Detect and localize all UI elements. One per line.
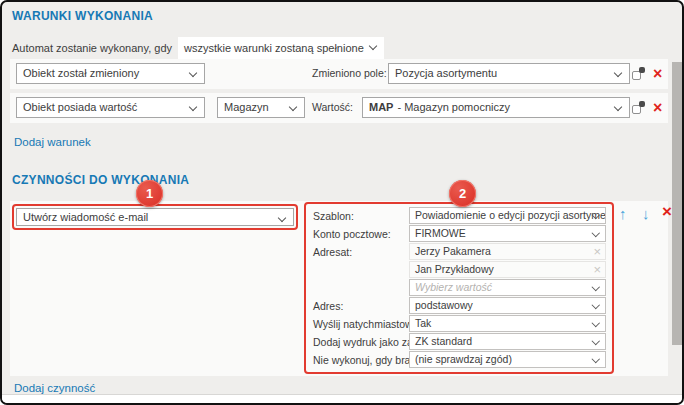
mail-account-value: FIRMOWE: [415, 227, 466, 239]
delete-condition-button[interactable]: ×: [653, 67, 662, 81]
prop-label: Konto pocztowe:: [313, 228, 391, 240]
condition-object-value: Magazyn: [224, 101, 269, 113]
condition-row-2: Obiekt posiada wartość Magazyn Wartość: …: [10, 93, 668, 123]
move-action-up-button[interactable]: ↑: [619, 206, 627, 221]
prop-row-recipient-2: Jan Przykładowy ×: [310, 261, 608, 279]
warehouse-code: MAP: [369, 101, 393, 113]
trigger-label: Automat zostanie wykonany, gdy: [12, 42, 172, 54]
move-action-down-button[interactable]: ↓: [642, 206, 650, 221]
action-type-select[interactable]: Utwórz wiadomość e-mail: [16, 208, 294, 226]
vertical-scrollbar-thumb[interactable]: [672, 62, 683, 345]
recipient-picker-placeholder: Wybierz wartość: [415, 281, 492, 293]
action-type-value: Utwórz wiadomość e-mail: [23, 211, 148, 223]
actions-section-title: CZYNNOŚCI DO WYKONANIA: [12, 173, 189, 187]
mail-account-select[interactable]: FIRMOWE: [409, 225, 606, 242]
trigger-mode-value: wszystkie warunki zostaną spełnione: [184, 42, 364, 54]
warehouse-name: - Magazyn pomocniczy: [397, 101, 510, 113]
prop-row-address: Adres: podstawowy: [310, 297, 608, 315]
automation-editor-window: WARUNKI WYKONANIA Automat zostanie wykon…: [0, 0, 684, 405]
template-value: Powiadomienie o edycji pozycji asortymen…: [415, 209, 606, 221]
condition-field-label: Zmieniono pole:: [312, 67, 387, 79]
prop-label: Adres:: [313, 300, 343, 312]
condition-type-value: Obiekt został zmieniony: [23, 67, 139, 79]
annotation-outline-action-type: Utwórz wiadomość e-mail: [12, 204, 298, 230]
condition-object-select[interactable]: Magazyn: [217, 97, 305, 118]
prop-row-recipient-picker: Wybierz wartość: [310, 279, 608, 297]
consent-select[interactable]: (nie sprawdzaj zgód): [409, 351, 606, 368]
condition-value-label: Wartość:: [312, 101, 353, 113]
prop-row-template: Szablon: Powiadomienie o edycji pozycji …: [310, 207, 608, 225]
address-select[interactable]: podstawowy: [409, 297, 606, 314]
prop-label: Wyślij natychmiastowo:: [313, 318, 421, 330]
prop-label: Adresat:: [313, 246, 352, 258]
action-card: Utwórz wiadomość e-mail Szablon: Powiado…: [10, 201, 668, 376]
recipient-item: Jerzy Pakamera ×: [409, 243, 606, 260]
attachment-value: ZK standard: [415, 335, 472, 347]
annotation-outline-properties: Szablon: Powiadomienie o edycji pozycji …: [304, 202, 614, 374]
prop-row-attachment: Dodaj wydruk jako załącznik: ZK standard: [310, 333, 608, 351]
annotation-badge-1: 1: [136, 180, 163, 207]
remove-recipient-button[interactable]: ×: [593, 262, 601, 277]
send-immediately-value: Tak: [415, 317, 431, 329]
consent-value: (nie sprawdzaj zgód): [415, 353, 512, 365]
condition-type-select[interactable]: Obiekt posiada wartość: [16, 97, 205, 118]
condition-field-value: Pozycja asortymentu: [395, 67, 497, 79]
recipient-picker-select[interactable]: Wybierz wartość: [409, 279, 606, 296]
delete-condition-button[interactable]: ×: [653, 101, 662, 115]
condition-row-1: Obiekt został zmieniony Zmieniono pole: …: [10, 59, 668, 89]
trigger-mode-select[interactable]: wszystkie warunki zostaną spełnione: [178, 37, 384, 59]
recipient-name: Jan Przykładowy: [415, 263, 494, 275]
add-condition-link[interactable]: Dodaj warunek: [14, 136, 91, 148]
prop-label: Szablon:: [313, 210, 354, 222]
recipient-item: Jan Przykładowy ×: [409, 261, 606, 278]
bind-parameter-icon[interactable]: [632, 101, 646, 114]
annotation-badge-2: 2: [449, 180, 476, 207]
condition-type-value: Obiekt posiada wartość: [23, 101, 137, 113]
prop-row-mail-account: Konto pocztowe: FIRMOWE: [310, 225, 608, 243]
conditions-section-title: WARUNKI WYKONANIA: [12, 9, 153, 23]
attachment-select[interactable]: ZK standard: [409, 333, 606, 350]
prop-row-consent: Nie wykonuj, gdy brak zgody: (nie sprawd…: [310, 351, 608, 369]
send-immediately-select[interactable]: Tak: [409, 315, 606, 332]
condition-field-select[interactable]: Pozycja asortymentu: [388, 63, 630, 84]
prop-row-send-immediately: Wyślij natychmiastowo: Tak: [310, 315, 608, 333]
footer-strip: [2, 394, 682, 405]
condition-value-select[interactable]: MAP- Magazyn pomocniczy: [362, 97, 630, 118]
trigger-row: Automat zostanie wykonany, gdy wszystkie…: [12, 37, 384, 59]
add-action-link[interactable]: Dodaj czynność: [14, 382, 95, 394]
address-value: podstawowy: [415, 299, 473, 311]
bind-parameter-icon[interactable]: [632, 67, 646, 80]
condition-type-select[interactable]: Obiekt został zmieniony: [16, 63, 205, 84]
prop-row-recipient-1: Adresat: Jerzy Pakamera ×: [310, 243, 608, 261]
delete-action-button[interactable]: ×: [662, 205, 672, 219]
template-select[interactable]: Powiadomienie o edycji pozycji asortymen…: [409, 207, 606, 224]
recipient-name: Jerzy Pakamera: [415, 245, 491, 257]
remove-recipient-button[interactable]: ×: [593, 244, 601, 259]
